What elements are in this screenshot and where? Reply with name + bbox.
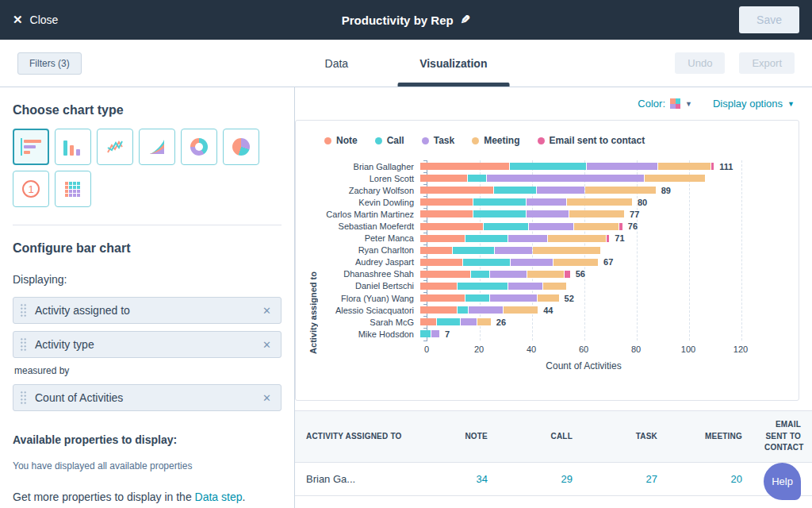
table-cell-value[interactable]: 29 (499, 462, 584, 495)
stacked-bar[interactable] (420, 283, 566, 290)
bar-segment-email-sent-to-contact[interactable] (565, 271, 570, 278)
bar-segment-note[interactable] (420, 283, 457, 290)
bar-segment-meeting[interactable] (574, 223, 619, 230)
bar-segment-call[interactable] (471, 271, 489, 278)
drag-handle-icon[interactable] (20, 391, 27, 405)
bar-segment-call[interactable] (420, 330, 431, 337)
bar-segment-call[interactable] (494, 187, 536, 194)
bar-segment-note[interactable] (420, 198, 473, 206)
bar-segment-meeting[interactable] (567, 198, 633, 206)
drag-handle-icon[interactable] (20, 337, 27, 352)
legend-item[interactable]: Call (375, 135, 404, 146)
bar-segment-task[interactable] (495, 247, 531, 254)
chart-type-single-number[interactable]: 1 (13, 171, 49, 207)
bar-segment-task[interactable] (508, 235, 548, 242)
bar-segment-call[interactable] (484, 223, 528, 230)
stacked-bar[interactable] (420, 187, 656, 194)
field-count-of-activities[interactable]: Count of Activities ✕ (13, 384, 282, 411)
bar-segment-task[interactable] (529, 223, 573, 230)
bar-segment-call[interactable] (473, 210, 526, 217)
chart-type-pie[interactable] (223, 129, 259, 165)
chart-type-horizontal-bar[interactable] (13, 129, 49, 165)
table-column-header[interactable]: Meeting (668, 411, 753, 463)
bar-segment-meeting[interactable] (569, 210, 624, 217)
bar-segment-note[interactable] (420, 259, 462, 266)
bar-segment-task[interactable] (487, 175, 644, 182)
remove-field-icon[interactable]: ✕ (262, 339, 271, 351)
bar-segment-task[interactable] (461, 318, 477, 325)
bar-segment-note[interactable] (420, 223, 483, 230)
stacked-bar[interactable] (420, 210, 624, 217)
bar-segment-meeting[interactable] (527, 271, 564, 278)
table-column-header[interactable]: Call (499, 411, 584, 463)
tab-data[interactable]: Data (303, 40, 371, 87)
legend-item[interactable]: Meeting (472, 135, 519, 146)
bar-segment-task[interactable] (537, 187, 584, 194)
bar-segment-meeting[interactable] (543, 283, 567, 290)
save-button[interactable]: Save (739, 6, 799, 33)
bar-segment-call[interactable] (473, 198, 526, 206)
bar-segment-call[interactable] (437, 318, 461, 325)
legend-item[interactable]: Note (324, 135, 358, 146)
bar-segment-call[interactable] (453, 247, 495, 254)
bar-segment-task[interactable] (508, 283, 542, 290)
bar-segment-task[interactable] (527, 198, 566, 206)
bar-segment-task[interactable] (431, 330, 439, 337)
bar-segment-email-sent-to-contact[interactable] (607, 235, 609, 242)
table-cell-value[interactable]: 60 (584, 495, 668, 508)
bar-segment-note[interactable] (420, 294, 465, 302)
stacked-bar[interactable] (420, 330, 439, 337)
stacked-bar[interactable] (420, 306, 538, 314)
bar-segment-meeting[interactable] (504, 306, 538, 314)
display-options-dropdown[interactable]: Display options ▼ (713, 98, 795, 110)
bar-segment-meeting[interactable] (645, 175, 705, 182)
tab-visualization[interactable]: Visualization (397, 40, 509, 87)
stacked-bar[interactable] (420, 259, 598, 266)
bar-segment-email-sent-to-contact[interactable] (619, 223, 622, 230)
bar-segment-meeting[interactable] (538, 294, 558, 302)
legend-item[interactable]: Email sent to contact (538, 135, 645, 146)
bar-segment-meeting[interactable] (585, 187, 656, 194)
stacked-bar[interactable] (420, 318, 491, 325)
bar-segment-note[interactable] (420, 163, 509, 170)
drag-handle-icon[interactable] (20, 303, 27, 318)
export-button[interactable]: Export (739, 52, 795, 74)
bar-segment-call[interactable] (463, 259, 510, 266)
bar-segment-meeting[interactable] (533, 247, 601, 254)
table-column-header[interactable]: Email sent to contact (753, 411, 812, 463)
bar-segment-note[interactable] (420, 306, 457, 314)
bar-segment-meeting[interactable] (477, 318, 491, 325)
color-dropdown[interactable]: Color: ▼ (638, 98, 692, 110)
stacked-bar[interactable] (420, 247, 600, 254)
table-cell-value[interactable]: 18 (414, 495, 499, 508)
bar-segment-call[interactable] (465, 235, 508, 242)
bar-segment-note[interactable] (420, 318, 436, 325)
bar-segment-note[interactable] (420, 175, 467, 182)
field-activity-type[interactable]: Activity type ✕ (13, 331, 282, 358)
chart-type-area[interactable] (139, 129, 175, 165)
stacked-bar[interactable] (420, 163, 714, 170)
stacked-bar[interactable] (420, 235, 609, 242)
bar-segment-note[interactable] (420, 210, 473, 217)
table-cell-value[interactable]: 23 (668, 495, 753, 508)
stacked-bar[interactable] (420, 294, 559, 302)
bar-segment-meeting[interactable] (553, 259, 598, 266)
bar-segment-meeting[interactable] (548, 235, 606, 242)
bar-segment-call[interactable] (468, 175, 486, 182)
stacked-bar[interactable] (420, 223, 622, 230)
field-activity-assigned-to[interactable]: Activity assigned to ✕ (13, 297, 282, 324)
bar-segment-meeting[interactable] (658, 163, 710, 170)
bar-segment-note[interactable] (420, 235, 465, 242)
stacked-bar[interactable] (420, 271, 570, 278)
data-step-link[interactable]: Data step (195, 491, 243, 503)
bar-segment-task[interactable] (490, 294, 537, 302)
bar-segment-task[interactable] (511, 259, 553, 266)
table-cell-value[interactable]: 20 (668, 462, 753, 495)
table-cell-value[interactable]: 7 (499, 495, 584, 508)
undo-button[interactable]: Undo (675, 52, 725, 74)
bar-segment-task[interactable] (469, 306, 503, 314)
bar-segment-note[interactable] (420, 187, 493, 194)
chart-type-line[interactable] (97, 129, 133, 165)
stacked-bar[interactable] (420, 198, 632, 206)
bar-segment-email-sent-to-contact[interactable] (711, 163, 714, 170)
